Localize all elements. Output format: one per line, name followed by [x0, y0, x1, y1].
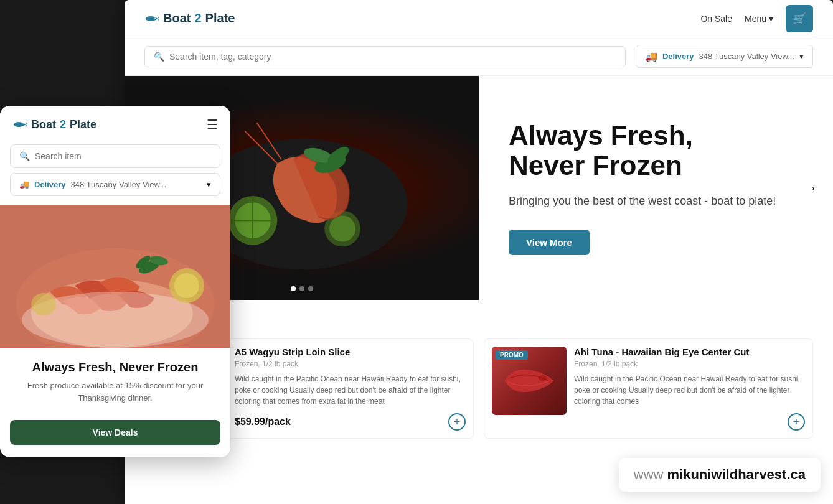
- hero-subtitle: Bringing you the best of the west coast …: [509, 193, 803, 210]
- product-name-tuna: Ahi Tuna - Hawaiian Big Eye Center Cut: [574, 347, 805, 357]
- mobile-truck-icon: 🚚: [19, 180, 29, 189]
- mobile-logo-plate: Plate: [70, 118, 96, 131]
- mobile-delivery-label: Delivery: [34, 180, 66, 189]
- product-desc-tuna: Wild caught in the Pacific Ocean near Ha…: [574, 373, 805, 407]
- promo-badge-tuna: PROMO: [496, 350, 528, 360]
- desktop-browser: Boat2Plate On Sale Menu ▾ 🛒 🔍 🚚 Delivery…: [125, 0, 833, 504]
- logo-plate: Plate: [205, 11, 235, 26]
- mobile-card: Boat2Plate ☰ 🔍 🚚 Delivery 348 Tuscany Va…: [0, 106, 230, 457]
- add-to-cart-wagyu[interactable]: +: [448, 413, 466, 431]
- desktop-logo: Boat2Plate: [144, 11, 235, 26]
- svg-point-18: [22, 123, 24, 124]
- delivery-label: Delivery: [662, 52, 694, 61]
- mobile-text-section: Always Fresh, Never Frozen Fresh produce…: [0, 348, 230, 420]
- cart-button[interactable]: 🛒: [786, 5, 813, 32]
- hero-text-section: Always Fresh, Never Frozen Bringing you …: [479, 76, 833, 300]
- bestsellers-section: Bestsellers PROMO: [125, 300, 833, 451]
- cart-icon: 🛒: [793, 12, 806, 26]
- search-input-wrap: 🔍: [144, 46, 626, 67]
- mobile-hamburger-button[interactable]: ☰: [207, 117, 218, 132]
- mobile-hero-title: Always Fresh, Never Frozen: [12, 360, 218, 375]
- chevron-down-icon: ▾: [799, 52, 804, 61]
- hero-dot-2[interactable]: [299, 286, 304, 291]
- mobile-delivery-address: 348 Tuscany Valley View...: [71, 180, 202, 189]
- mobile-logo: Boat2Plate: [12, 118, 96, 131]
- product-price-row-tuna: +: [574, 413, 805, 431]
- url-domain: mikuniwildharvest.ca: [667, 467, 806, 483]
- bestsellers-title: Bestsellers: [144, 312, 813, 329]
- product-name-wagyu: A5 Wagyu Strip Loin Slice: [235, 347, 466, 357]
- mobile-search-input[interactable]: [35, 151, 211, 161]
- mobile-hero-subtitle: Fresh produce available at 15% discount …: [12, 380, 218, 404]
- product-subtitle-wagyu: Frozen, 1/2 lb pack: [235, 360, 466, 368]
- product-subtitle-tuna: Frozen, 1/2 lb pack: [574, 360, 805, 368]
- svg-point-17: [539, 375, 547, 381]
- product-info-wagyu: A5 Wagyu Strip Loin Slice Frozen, 1/2 lb…: [235, 347, 466, 431]
- mobile-nav: Boat2Plate ☰: [0, 106, 230, 139]
- hero-carousel-dots: [291, 286, 313, 291]
- svg-point-7: [329, 216, 355, 242]
- desktop-nav: Boat2Plate On Sale Menu ▾ 🛒: [125, 0, 833, 37]
- hero-dot-1[interactable]: [291, 286, 296, 291]
- logo-boat: Boat: [163, 11, 191, 26]
- url-bar: www mikuniwildharvest.ca: [619, 458, 821, 492]
- on-sale-link[interactable]: On Sale: [700, 14, 732, 24]
- mobile-delivery-selector[interactable]: 🚚 Delivery 348 Tuscany Valley View... ▾: [10, 173, 220, 196]
- mobile-logo-boat: Boat: [31, 118, 56, 131]
- menu-button[interactable]: Menu ▾: [745, 14, 773, 24]
- desktop-search-bar: 🔍 🚚 Delivery 348 Tuscany Valley View... …: [125, 37, 833, 76]
- delivery-selector[interactable]: 🚚 Delivery 348 Tuscany Valley View... ▾: [636, 45, 813, 68]
- product-image-wrap-tuna: PROMO: [492, 347, 567, 431]
- bestsellers-grid: PROMO A5 Wagyu Strip Loin Slice Frozen,: [144, 338, 813, 439]
- logo-2: 2: [194, 11, 201, 26]
- truck-icon: 🚚: [645, 50, 657, 62]
- delivery-address: 348 Tuscany Valley View...: [699, 52, 794, 61]
- mobile-chevron-down-icon: ▾: [207, 180, 211, 189]
- product-price-wagyu: $59.99/pack: [235, 416, 291, 427]
- hero-title: Always Fresh, Never Frozen: [509, 121, 803, 181]
- mobile-fish-logo-icon: [12, 120, 27, 129]
- view-more-button[interactable]: View More: [509, 230, 590, 255]
- mobile-logo-2: 2: [60, 118, 66, 131]
- product-price-row-wagyu: $59.99/pack +: [235, 413, 466, 431]
- mobile-search-icon: 🔍: [19, 151, 30, 161]
- fish-logo-icon: [144, 14, 159, 23]
- mobile-search-wrap: 🔍: [10, 144, 220, 168]
- svg-point-24: [174, 273, 199, 298]
- view-deals-button[interactable]: View Deals: [10, 420, 220, 445]
- svg-point-0: [154, 17, 156, 19]
- product-card-tuna: PROMO Ahi Tuna - Hawaiian Big Eye Center…: [484, 338, 813, 439]
- url-www: www: [634, 467, 664, 483]
- mobile-hero-image: [0, 205, 230, 348]
- desktop-hero: Always Fresh, Never Frozen Bringing you …: [125, 76, 833, 300]
- svg-point-25: [31, 293, 56, 315]
- desktop-nav-right: On Sale Menu ▾ 🛒: [700, 5, 813, 32]
- search-icon: 🔍: [154, 52, 164, 62]
- add-to-cart-tuna[interactable]: +: [788, 413, 805, 431]
- product-desc-wagyu: Wild caught in the Pacific Ocean near Ha…: [235, 373, 466, 407]
- hero-dot-3[interactable]: [308, 286, 313, 291]
- search-input[interactable]: [169, 52, 616, 62]
- product-info-tuna: Ahi Tuna - Hawaiian Big Eye Center Cut F…: [574, 347, 805, 431]
- hero-next-button[interactable]: ›: [803, 178, 823, 198]
